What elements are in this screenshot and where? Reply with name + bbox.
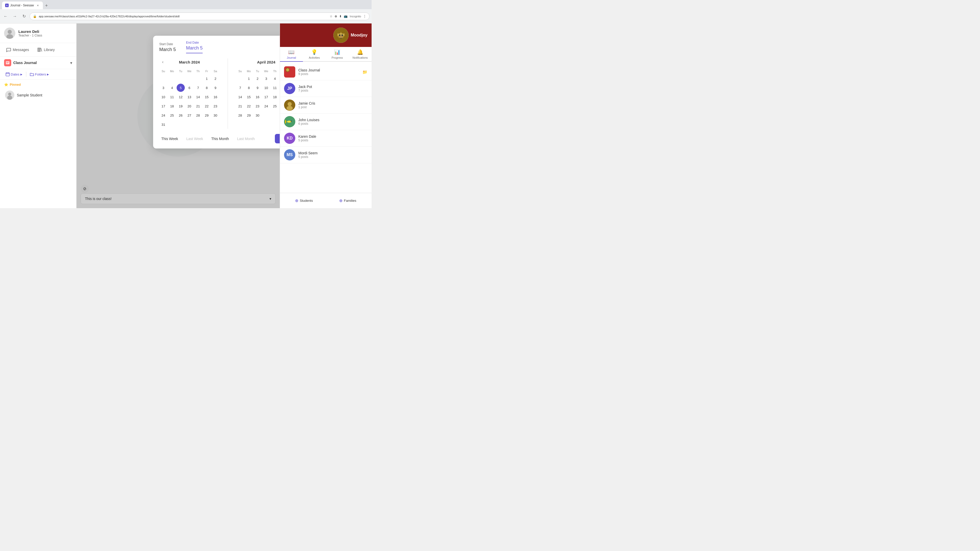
- journal-nav-item[interactable]: 📖 Journal: [280, 47, 303, 62]
- date-filter-btn[interactable]: Dates ▶: [4, 71, 24, 77]
- folders-filter-btn[interactable]: Folders ▶: [28, 71, 51, 77]
- sample-student-item[interactable]: Sample Student: [4, 89, 72, 102]
- cal-day-3[interactable]: 3: [159, 84, 167, 92]
- cal-day-7[interactable]: 7: [194, 84, 202, 92]
- notifications-nav-item[interactable]: 🔔 Notifications: [348, 47, 372, 61]
- cal-day-5[interactable]: 5: [177, 84, 185, 92]
- cal-day-apr-28[interactable]: 28: [236, 111, 244, 119]
- cal-day-19[interactable]: 19: [177, 102, 185, 110]
- cal-day-25[interactable]: 25: [168, 111, 176, 119]
- cal-day-apr-24[interactable]: 24: [262, 102, 270, 110]
- download-icon[interactable]: ⬇: [339, 14, 342, 18]
- cal-day-apr-8[interactable]: 8: [245, 84, 253, 92]
- menu-icon[interactable]: ⋮: [363, 14, 366, 18]
- cal-day-12[interactable]: 12: [177, 93, 185, 101]
- svg-point-22: [339, 35, 340, 36]
- cal-day-6[interactable]: 6: [185, 84, 193, 92]
- browser-tab[interactable]: S Journal - Seesaw ✕: [2, 2, 43, 9]
- cal-day-apr-9[interactable]: 9: [253, 84, 262, 92]
- cal-day-27[interactable]: 27: [185, 111, 193, 119]
- cal-day-26[interactable]: 26: [177, 111, 185, 119]
- extension-icon[interactable]: ⊕: [334, 14, 337, 18]
- library-nav-btn[interactable]: Library: [35, 46, 57, 53]
- cal-day-apr-15[interactable]: 15: [245, 93, 253, 101]
- tab-close-button[interactable]: ✕: [36, 3, 40, 7]
- list-item[interactable]: JP Jack Pot 7 posts: [280, 80, 372, 97]
- cal-day-apr-11[interactable]: 11: [271, 84, 279, 92]
- back-button[interactable]: ←: [2, 13, 9, 20]
- cal-day: [168, 121, 176, 129]
- cal-day-apr-22[interactable]: 22: [245, 102, 253, 110]
- cal-day-8[interactable]: 8: [203, 84, 211, 92]
- cal-day-28[interactable]: 28: [194, 111, 202, 119]
- start-date-group: Start Date March 5: [159, 42, 176, 53]
- class-journal-item[interactable]: Class Journal 9 posts 📁: [280, 64, 372, 80]
- cal-day-16[interactable]: 16: [211, 93, 220, 101]
- new-tab-button[interactable]: +: [43, 2, 50, 9]
- cal-day-10[interactable]: 10: [159, 93, 167, 101]
- cal-day-18[interactable]: 18: [168, 102, 176, 110]
- date-picker-overlay[interactable]: Start Date March 5 End Date March 5 ‹: [76, 24, 280, 208]
- list-item[interactable]: John Louises 6 posts: [280, 114, 372, 130]
- cal-day-apr-7[interactable]: 7: [236, 84, 244, 92]
- cal-day-17[interactable]: 17: [159, 102, 167, 110]
- forward-button[interactable]: →: [11, 13, 18, 20]
- cal-day-23[interactable]: 23: [211, 102, 220, 110]
- cal-day-apr-29[interactable]: 29: [245, 111, 253, 119]
- list-item[interactable]: MS Mordi Seem 5 posts: [280, 147, 372, 163]
- cal-day-24[interactable]: 24: [159, 111, 167, 119]
- cal-day-apr-25[interactable]: 25: [271, 102, 279, 110]
- start-date-value[interactable]: March 5: [159, 47, 176, 53]
- class-selector[interactable]: Class Journal ▾: [0, 57, 76, 69]
- families-button[interactable]: ⊕ Families: [327, 196, 369, 205]
- progress-nav-item[interactable]: 📊 Progress: [326, 47, 349, 61]
- cal-day-11[interactable]: 11: [168, 93, 176, 101]
- cal-day-14[interactable]: 14: [194, 93, 202, 101]
- reload-button[interactable]: ↻: [21, 13, 27, 20]
- cal-day-apr-14[interactable]: 14: [236, 93, 244, 101]
- students-button[interactable]: ⊕ Students: [283, 196, 325, 205]
- this-month-option[interactable]: This Month: [209, 136, 231, 142]
- cal-day-1[interactable]: 1: [203, 75, 211, 83]
- cal-day-2[interactable]: 2: [211, 75, 220, 83]
- cal-day-apr-18[interactable]: 18: [271, 93, 279, 101]
- march-calendar: ‹ March 2024 Su Mo Tu We Th Fr Sa: [159, 59, 220, 129]
- list-item[interactable]: Jamie Cris 1 post: [280, 97, 372, 114]
- cal-day-9[interactable]: 9: [211, 84, 220, 92]
- cal-day-apr-30[interactable]: 30: [253, 111, 262, 119]
- cal-day-apr-21[interactable]: 21: [236, 102, 244, 110]
- cal-day-apr-2[interactable]: 2: [253, 75, 262, 83]
- cal-day-31[interactable]: 31: [159, 121, 167, 129]
- user-role: Teacher - 1 Class: [18, 34, 42, 37]
- this-week-option[interactable]: This Week: [159, 136, 180, 142]
- done-button[interactable]: Done: [275, 134, 280, 143]
- user-info: Lauren Deli Teacher - 1 Class: [18, 29, 42, 37]
- moodjoy-widget[interactable]: Moodjoy: [333, 27, 368, 43]
- cal-day-apr-4[interactable]: 4: [271, 75, 279, 83]
- cal-day-apr-23[interactable]: 23: [253, 102, 262, 110]
- cal-day-apr-16[interactable]: 16: [253, 93, 262, 101]
- cal-day-22[interactable]: 22: [203, 102, 211, 110]
- notifications-label: Notifications: [352, 56, 368, 59]
- cal-day-apr-17[interactable]: 17: [262, 93, 270, 101]
- end-date-value[interactable]: March 5: [186, 45, 203, 52]
- cast-icon[interactable]: 📺: [344, 14, 348, 18]
- calendar-icon: [6, 72, 10, 76]
- cal-day-apr-3[interactable]: 3: [262, 75, 270, 83]
- svg-rect-8: [6, 73, 10, 76]
- prev-month-button[interactable]: ‹: [159, 59, 166, 65]
- cal-day-apr-10[interactable]: 10: [262, 84, 270, 92]
- activities-nav-item[interactable]: 💡 Activities: [303, 47, 326, 61]
- cal-day-4[interactable]: 4: [168, 84, 176, 92]
- cal-day-13[interactable]: 13: [185, 93, 193, 101]
- messages-nav-btn[interactable]: Messages: [4, 46, 31, 53]
- cal-day-29[interactable]: 29: [203, 111, 211, 119]
- cal-day-21[interactable]: 21: [194, 102, 202, 110]
- cal-day-30[interactable]: 30: [211, 111, 220, 119]
- bookmark-icon[interactable]: ☆: [330, 14, 332, 18]
- cal-day-apr-1[interactable]: 1: [245, 75, 253, 83]
- address-bar[interactable]: 🔒 app.seesaw.me/#/class/class.e01bf4c2-9…: [30, 13, 369, 20]
- list-item[interactable]: KD Karen Dale 5 posts: [280, 130, 372, 147]
- cal-day-20[interactable]: 20: [185, 102, 193, 110]
- cal-day-15[interactable]: 15: [203, 93, 211, 101]
